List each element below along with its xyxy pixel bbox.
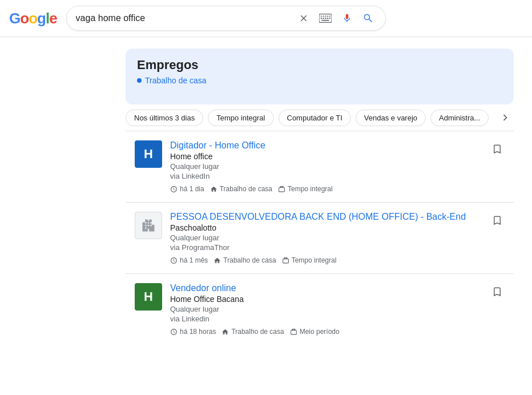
job-contract-3: Meio período bbox=[290, 328, 340, 336]
job-location-2: Qualquer lugar bbox=[170, 233, 477, 242]
keyboard-button[interactable] bbox=[317, 11, 334, 25]
job-item-1[interactable]: H Digitador - Home Office Home office Qu… bbox=[126, 131, 514, 203]
job-info-3: Vendedor online Home Office Bacana Qualq… bbox=[170, 283, 477, 336]
svg-rect-1 bbox=[320, 15, 321, 17]
clock-icon-1 bbox=[170, 186, 178, 193]
jobs-card-header: Empregos Trabalho de casa bbox=[126, 49, 514, 104]
svg-rect-8 bbox=[325, 18, 326, 19]
job-info-1: Digitador - Home Office Home office Qual… bbox=[170, 140, 477, 193]
job-logo-placeholder-2 bbox=[135, 212, 162, 239]
svg-rect-9 bbox=[327, 18, 328, 19]
job-contract-2: Tempo integral bbox=[282, 256, 337, 264]
job-company-1: Home office bbox=[170, 152, 477, 161]
keyboard-icon bbox=[319, 14, 332, 23]
job-time-3: há 18 horas bbox=[170, 328, 216, 336]
briefcase-icon-2 bbox=[282, 257, 289, 264]
job-logo-1: H bbox=[135, 140, 162, 168]
bookmark-icon-2 bbox=[492, 214, 502, 227]
job-via-3: via Linkedin bbox=[170, 315, 477, 323]
job-company-2: Paschoalotto bbox=[170, 223, 477, 232]
chip-full-time[interactable]: Tempo integral bbox=[208, 110, 273, 126]
job-info-2: PESSOA DESENVOLVEDORA BACK END (HOME OFF… bbox=[170, 212, 477, 264]
svg-rect-4 bbox=[327, 15, 328, 17]
bookmark-button-3[interactable] bbox=[490, 283, 505, 303]
chips-container: Nos últimos 3 dias Tempo integral Comput… bbox=[126, 110, 497, 126]
chips-next-button[interactable] bbox=[497, 109, 514, 126]
job-title-3: Vendedor online bbox=[170, 283, 477, 293]
job-via-1: via LinkedIn bbox=[170, 172, 477, 180]
svg-rect-10 bbox=[329, 18, 330, 19]
search-bar-icons bbox=[296, 10, 376, 27]
jobs-subtitle: Trabalho de casa bbox=[137, 76, 502, 85]
svg-rect-2 bbox=[323, 15, 324, 17]
job-via-2: via ProgramaThor bbox=[170, 243, 477, 252]
svg-rect-7 bbox=[323, 18, 324, 19]
filter-chips-row: Nos últimos 3 dias Tempo integral Comput… bbox=[126, 104, 514, 131]
job-contract-1: Tempo integral bbox=[278, 185, 333, 193]
briefcase-icon-3 bbox=[290, 328, 297, 336]
job-work-type-1: Trabalho de casa bbox=[210, 185, 272, 193]
main-content: Empregos Trabalho de casa Nos últimos 3 … bbox=[0, 37, 532, 356]
chip-computer-ti[interactable]: Computador e TI bbox=[279, 110, 351, 126]
header: Google bbox=[0, 0, 532, 37]
search-button[interactable] bbox=[360, 10, 376, 26]
job-item-3[interactable]: H Vendedor online Home Office Bacana Qua… bbox=[126, 274, 514, 345]
home-icon-2 bbox=[213, 257, 221, 264]
job-tags-1: há 1 dia Trabalho de casa Tempo integral bbox=[170, 185, 477, 193]
search-icon bbox=[362, 13, 374, 24]
chip-last-3-days[interactable]: Nos últimos 3 dias bbox=[126, 110, 203, 126]
home-icon-1 bbox=[210, 186, 217, 193]
bookmark-button-2[interactable] bbox=[490, 212, 505, 232]
job-location-1: Qualquer lugar bbox=[170, 162, 477, 171]
svg-rect-5 bbox=[329, 15, 330, 17]
svg-rect-6 bbox=[320, 18, 321, 19]
blue-dot-icon bbox=[137, 78, 142, 83]
job-tags-3: há 18 horas Trabalho de casa Meio períod… bbox=[170, 328, 477, 336]
job-title-1: Digitador - Home Office bbox=[170, 140, 477, 151]
chip-sales-retail[interactable]: Vendas e varejo bbox=[356, 110, 426, 126]
svg-rect-11 bbox=[321, 20, 329, 21]
bookmark-button-1[interactable] bbox=[490, 140, 505, 160]
job-time-1: há 1 dia bbox=[170, 185, 204, 193]
chip-admin[interactable]: Administra... bbox=[430, 110, 489, 126]
job-work-type-2: Trabalho de casa bbox=[213, 256, 276, 264]
jobs-list: H Digitador - Home Office Home office Qu… bbox=[126, 131, 514, 345]
bookmark-icon-1 bbox=[492, 143, 502, 155]
search-input[interactable] bbox=[76, 13, 296, 23]
microphone-icon bbox=[342, 12, 352, 25]
jobs-subtitle-text: Trabalho de casa bbox=[145, 76, 207, 85]
clock-icon-3 bbox=[170, 328, 178, 336]
close-icon bbox=[299, 13, 309, 23]
building-icon-2 bbox=[140, 217, 156, 233]
clear-button[interactable] bbox=[296, 11, 311, 26]
job-item-2[interactable]: PESSOA DESENVOLVEDORA BACK END (HOME OFF… bbox=[126, 203, 514, 274]
bookmark-icon-3 bbox=[492, 285, 502, 298]
google-logo: Google bbox=[9, 10, 57, 27]
svg-rect-3 bbox=[325, 15, 326, 17]
chevron-right-icon bbox=[499, 111, 511, 124]
job-work-type-3: Trabalho de casa bbox=[221, 328, 284, 336]
job-title-2: PESSOA DESENVOLVEDORA BACK END (HOME OFF… bbox=[170, 212, 477, 222]
home-icon-3 bbox=[221, 328, 229, 336]
briefcase-icon-1 bbox=[278, 186, 285, 193]
job-logo-3: H bbox=[135, 283, 162, 311]
job-location-3: Qualquer lugar bbox=[170, 305, 477, 313]
clock-icon-2 bbox=[170, 257, 178, 264]
jobs-title: Empregos bbox=[137, 58, 502, 72]
voice-search-button[interactable] bbox=[340, 10, 354, 27]
job-time-2: há 1 mês bbox=[170, 256, 208, 264]
job-tags-2: há 1 mês Trabalho de casa Tempo integral bbox=[170, 256, 477, 264]
job-company-3: Home Office Bacana bbox=[170, 295, 477, 304]
search-bar bbox=[66, 6, 386, 31]
